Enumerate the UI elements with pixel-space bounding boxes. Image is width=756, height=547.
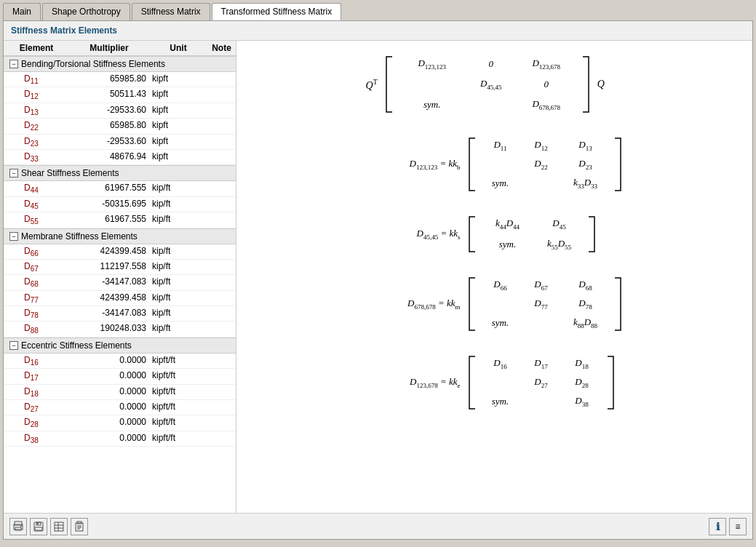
main-panel: Stiffness Matrix Elements Element Multip…: [3, 20, 753, 540]
cell-element: D12: [4, 88, 69, 101]
matrix-cell: D77: [523, 298, 560, 311]
group-membrane: − Membrane Stiffness Elements: [4, 228, 236, 244]
qt-label: QT: [366, 78, 378, 92]
table-row: D78 -34147.083 kip/ft: [4, 306, 236, 322]
table-row: D23 -29533.60 kipft: [4, 135, 236, 150]
matrix-top: D123,123 0 D123,678 D45,45 0 sym. D678,6…: [399, 55, 576, 113]
bracket-right-icon: [606, 355, 616, 410]
table-row: D17 0.0000 kipft/ft: [4, 369, 236, 384]
matrix-cell: k44D44: [482, 217, 533, 231]
cell-note: [207, 386, 236, 399]
cell-note: [207, 416, 236, 429]
cell-value: 424399.458: [69, 245, 149, 258]
bracket-right-icon: [613, 276, 624, 332]
cell-element: D33: [4, 151, 69, 164]
matrix-d123-grid: D11 D12 D13 D22 D23 sym. k33D33: [482, 137, 608, 191]
matrix-cell: D27: [523, 376, 560, 389]
cell-unit: kipft/ft: [149, 354, 207, 367]
cell-element: D44: [4, 182, 69, 195]
table-row: D22 65985.80 kipft: [4, 119, 236, 134]
cell-note: [207, 401, 236, 414]
cell-element: D67: [4, 260, 69, 274]
table-row: D68 -34147.083 kip/ft: [4, 275, 236, 290]
formula-d123: D123,123 = kkb D11 D12 D13 D22 D23 sym. …: [366, 137, 624, 192]
matrix-cell: k33D33: [564, 177, 608, 190]
col-unit: Unit: [149, 43, 207, 53]
table-header: Element Multiplier Unit Note: [4, 41, 236, 56]
cell-value: 0.0000: [69, 416, 149, 429]
matrix-cell: k55D55: [538, 238, 581, 251]
tab-transformed-stiffness-matrix[interactable]: Transformed Stiffness Matrix: [212, 3, 342, 20]
table-row: D27 0.0000 kipft/ft: [4, 400, 236, 415]
cell-unit: kip/ft: [149, 322, 207, 335]
tab-shape-orthotropy[interactable]: Shape Orthotropy: [42, 3, 130, 20]
cell-element: D77: [4, 292, 69, 305]
table-button[interactable]: [50, 518, 68, 535]
cell-element: D45: [4, 198, 69, 211]
cell-note: [207, 322, 236, 335]
group-collapse-icon[interactable]: −: [9, 169, 18, 177]
cell-element: D11: [4, 73, 69, 86]
cell-value: -34147.083: [69, 276, 149, 289]
cell-note: [207, 119, 236, 132]
cell-note: [207, 292, 236, 305]
table-row: D18 0.0000 kipft/ft: [4, 385, 236, 400]
group-collapse-icon[interactable]: −: [9, 60, 18, 68]
clipboard-button[interactable]: [71, 518, 88, 535]
print-button[interactable]: [9, 518, 27, 535]
matrix-cell: D45,45: [469, 78, 513, 91]
right-panel: QT D123,123 0 D123,678 D45,45 0 sym.: [236, 41, 752, 513]
table-row: D77 424399.458 kip/ft: [4, 291, 236, 306]
cell-value: 65985.80: [69, 119, 149, 132]
cell-note: [207, 245, 236, 258]
table-row: D33 48676.94 kipft: [4, 150, 236, 165]
matrix-cell: D123,678: [517, 57, 576, 71]
cell-note: [207, 276, 236, 289]
matrix-cell: D67: [523, 279, 560, 292]
matrix-cell: sym.: [399, 99, 465, 111]
cell-element: D78: [4, 307, 69, 320]
table-row: D12 50511.43 kipft: [4, 87, 236, 103]
left-panel: Element Multiplier Unit Note − Bending/T…: [4, 41, 236, 513]
cell-note: [207, 260, 236, 274]
cell-note: [207, 104, 236, 117]
cell-note: [207, 307, 236, 320]
cell-value: 65985.80: [69, 73, 149, 86]
tab-stiffness-matrix[interactable]: Stiffness Matrix: [132, 3, 210, 20]
q-label: Q: [597, 79, 605, 90]
cell-element: D38: [4, 432, 69, 445]
matrix-cell: D45: [538, 217, 581, 231]
bracket-left-icon: [466, 137, 477, 192]
cell-value: 112197.558: [69, 260, 149, 274]
info-button[interactable]: ℹ: [709, 518, 726, 535]
matrix-cell: k88D88: [564, 316, 608, 330]
panel-header: Stiffness Matrix Elements: [4, 21, 752, 41]
cell-value: 48676.94: [69, 151, 149, 164]
group-collapse-icon[interactable]: −: [9, 232, 18, 241]
menu-button[interactable]: ≡: [729, 518, 747, 535]
cell-unit: kipft: [149, 104, 207, 117]
cell-note: [207, 73, 236, 86]
cell-value: -29533.60: [69, 104, 149, 117]
table-row: D55 61967.555 kip/ft: [4, 212, 236, 228]
table-row: D11 65985.80 kipft: [4, 72, 236, 87]
matrix-cell: sym.: [482, 396, 519, 407]
group-label: Shear Stiffness Elements: [21, 168, 119, 178]
cell-element: D22: [4, 119, 69, 132]
cell-unit: kipft: [149, 119, 207, 132]
cell-element: D68: [4, 276, 69, 289]
cell-note: [207, 432, 236, 445]
formula-lhs: D678,678 = kkm: [366, 298, 461, 311]
formula-lhs: D45,45 = kks: [366, 228, 461, 241]
table-row: D44 61967.555 kip/ft: [4, 181, 236, 196]
tab-main[interactable]: Main: [3, 3, 41, 20]
matrix-d678-grid: D66 D67 D68 D77 D78 sym. k88D88: [482, 277, 608, 331]
cell-element: D55: [4, 213, 69, 226]
bracket-right-icon: [613, 137, 624, 192]
save-button[interactable]: [30, 518, 47, 535]
cell-unit: kip/ft: [149, 276, 207, 289]
cell-value: 0.0000: [69, 386, 149, 399]
matrix-cell: sym.: [482, 177, 519, 189]
cell-element: D17: [4, 370, 69, 383]
group-collapse-icon[interactable]: −: [9, 341, 18, 350]
